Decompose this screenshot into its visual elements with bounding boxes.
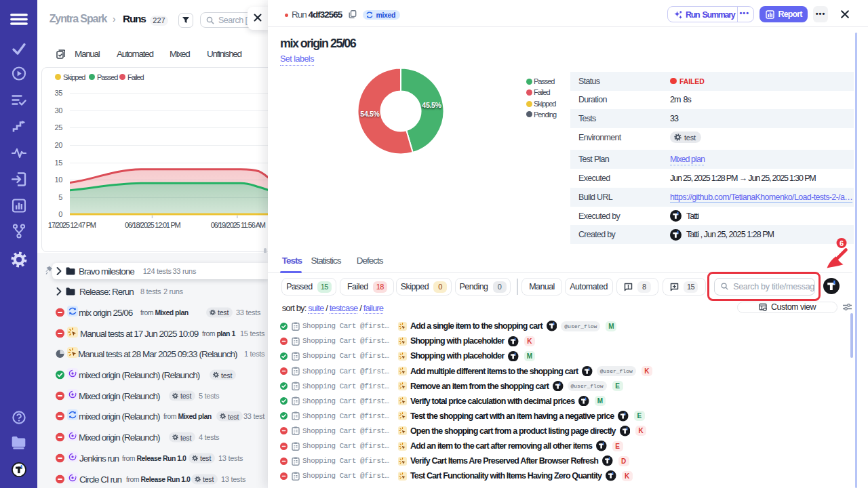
- svg-text:6: 6: [840, 239, 844, 247]
- svg-text:54.5%: 54.5%: [360, 110, 380, 118]
- svg-text:45.5%: 45.5%: [422, 101, 441, 109]
